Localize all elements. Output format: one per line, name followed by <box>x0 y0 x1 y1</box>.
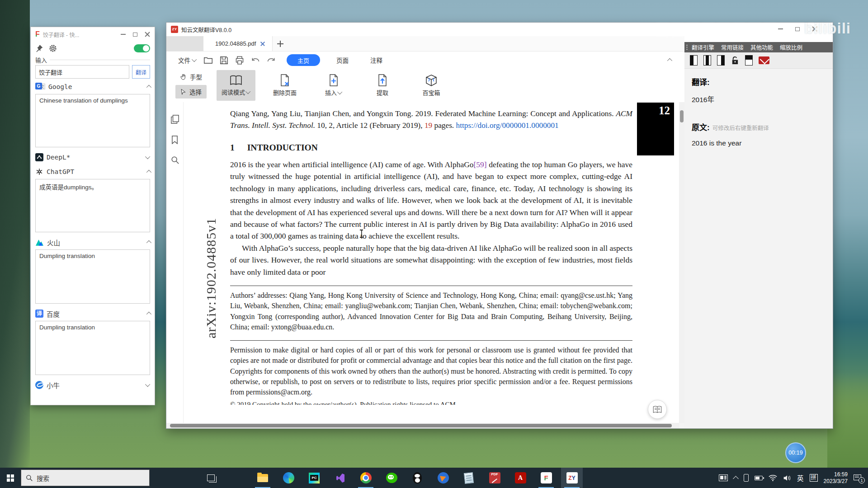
citation-block[interactable]: Qiang Yang, Yang Liu, Tianjian Chen, and… <box>230 108 632 131</box>
recording-timer-bubble[interactable]: 00:19 <box>785 442 806 463</box>
extract-page-button[interactable]: 提取 <box>363 70 402 101</box>
huoshan-result-box[interactable]: Dumpling translation <box>35 249 150 304</box>
taskbar-notepad[interactable] <box>458 468 480 488</box>
chevron-down-icon[interactable] <box>145 382 150 387</box>
gear-icon[interactable] <box>49 44 57 52</box>
jiaozi-titlebar[interactable]: F 饺子翻译 - 快... <box>31 27 155 42</box>
read-mode-button[interactable]: 阅读模式 <box>217 70 255 101</box>
battery-icon[interactable] <box>755 476 763 480</box>
open-file-button[interactable] <box>203 56 213 64</box>
drag-grip-icon[interactable] <box>686 44 689 50</box>
zhiyun-titlebar[interactable]: ZY 知云文献翻译V8.0.0 <box>166 23 833 36</box>
start-button[interactable] <box>0 468 21 488</box>
engine-header-chatgpt[interactable]: ChatGPT <box>31 165 155 178</box>
speaker-icon[interactable] <box>783 474 791 482</box>
source-text-input[interactable] <box>35 65 129 79</box>
engine-header-xiaoniu[interactable]: 小牛 <box>31 379 155 391</box>
engine-header-baidu[interactable]: 译 百度 <box>31 307 155 320</box>
thumbnails-icon[interactable] <box>171 115 179 124</box>
mail-icon[interactable] <box>759 56 769 64</box>
news-widget-icon[interactable] <box>719 474 728 481</box>
vertical-scrollbar-thumb[interactable] <box>680 110 684 122</box>
menu-translation-engine[interactable]: 翻译引擎 <box>692 43 714 52</box>
close-icon[interactable] <box>812 26 817 32</box>
taskbar-thunder[interactable] <box>432 468 454 488</box>
undo-icon[interactable] <box>251 56 260 64</box>
chevron-down-icon[interactable] <box>145 154 150 159</box>
task-view-button[interactable] <box>200 468 221 488</box>
tab-page[interactable]: 页面 <box>336 56 349 65</box>
layout-right-icon[interactable] <box>717 55 725 66</box>
delete-page-button[interactable]: 删除页面 <box>265 70 304 101</box>
toolbox-button[interactable]: 百宝箱 <box>412 70 451 101</box>
engine-header-google[interactable]: 文G Google <box>31 80 155 93</box>
menu-common-links[interactable]: 常用链接 <box>721 43 744 52</box>
maximize-icon[interactable] <box>795 27 800 31</box>
taskbar-jiaozi[interactable]: F <box>535 468 557 488</box>
collapse-toolbar-icon[interactable] <box>667 58 672 63</box>
minimize-icon[interactable] <box>121 34 126 35</box>
insert-page-button[interactable]: 插入 <box>314 70 353 101</box>
maximize-icon[interactable] <box>133 33 137 37</box>
taskbar-clock[interactable]: 16:59 2023/3/27 <box>824 471 848 485</box>
baidu-result-box[interactable]: Dumpling translation <box>35 321 150 375</box>
menu-zoom-ratio[interactable]: 缩放比例 <box>780 43 802 52</box>
taskbar-pycharm[interactable]: PC <box>303 468 325 488</box>
minimize-icon[interactable] <box>778 28 783 29</box>
pin-icon[interactable] <box>35 44 43 52</box>
taskbar-zhiyun[interactable]: ZY <box>561 468 583 488</box>
chatgpt-result-box[interactable]: 成英语是dumplings。 <box>35 179 150 232</box>
horizontal-scrollbar[interactable] <box>166 423 679 428</box>
intro-paragraph-2[interactable]: With AlphaGo’s success, people naturally… <box>230 242 632 278</box>
device-icon[interactable] <box>744 474 749 482</box>
translation-result[interactable]: 2016年 <box>692 94 826 104</box>
hand-tool-button[interactable]: 手型 <box>175 70 207 84</box>
translate-button[interactable]: 翻译 <box>132 65 150 79</box>
pdf-page[interactable]: arXiv:1902.04885v1 12 Qiang Yang, Yang L… <box>184 102 679 423</box>
select-tool-button[interactable]: 选择 <box>175 85 207 99</box>
save-button[interactable] <box>220 56 228 65</box>
taskbar-pdf-editor[interactable]: PDF <box>484 468 505 488</box>
taskbar-edge[interactable] <box>278 468 299 488</box>
menu-other-functions[interactable]: 其他功能 <box>750 43 773 52</box>
horizontal-scrollbar-thumb[interactable] <box>170 424 672 427</box>
ime-language-indicator[interactable]: 英 <box>797 473 804 483</box>
floating-read-button[interactable] <box>648 400 667 419</box>
file-menu[interactable]: 文件 <box>178 56 197 65</box>
close-icon[interactable] <box>145 32 150 37</box>
print-button[interactable] <box>235 56 244 65</box>
tab-document[interactable]: 1902.04885.pdf <box>203 36 273 51</box>
tray-expand-icon[interactable] <box>733 476 739 482</box>
taskbar-file-explorer[interactable] <box>252 468 274 488</box>
section-heading[interactable]: 1INTRODUCTION <box>230 143 632 153</box>
vertical-scrollbar[interactable] <box>679 102 684 423</box>
taskbar-acrobat[interactable]: A <box>509 468 531 488</box>
ime-pinyin-icon[interactable]: 拼 <box>810 474 818 482</box>
citation-ref-link[interactable]: [59] <box>474 160 487 169</box>
chevron-up-icon[interactable] <box>146 240 151 245</box>
layout-center-icon[interactable] <box>703 55 711 66</box>
wifi-icon[interactable] <box>769 474 777 481</box>
tab-annotation[interactable]: 注释 <box>370 56 382 65</box>
chevron-up-icon[interactable] <box>146 170 151 175</box>
permission-note[interactable]: Permission to make digital or hard copie… <box>230 345 632 398</box>
redo-icon[interactable] <box>267 56 276 64</box>
taskbar-qq[interactable] <box>406 468 428 488</box>
new-tab-button[interactable] <box>273 36 288 51</box>
source-text[interactable]: 2016 is the year <box>692 139 826 147</box>
taskbar-wechat[interactable] <box>381 468 402 488</box>
unlock-icon[interactable] <box>731 56 739 65</box>
auto-translate-toggle[interactable] <box>134 44 150 52</box>
layout-left-icon[interactable] <box>690 55 698 66</box>
taskbar-visual-studio[interactable] <box>329 468 351 488</box>
engine-header-huoshan[interactable]: 火山 <box>31 236 155 249</box>
search-icon[interactable] <box>171 156 179 164</box>
page-layout-icon[interactable] <box>745 55 753 66</box>
authors-addresses-note[interactable]: Authors’ addresses: Qiang Yang, Hong Kon… <box>230 290 632 333</box>
notification-center-button[interactable]: 1 <box>854 474 863 483</box>
google-result-box[interactable]: Chinese translation of dumplings <box>35 94 150 147</box>
taskbar-search[interactable]: 搜索 <box>21 469 150 486</box>
tab-home[interactable]: 主页 <box>287 54 320 66</box>
taskbar-chrome[interactable] <box>355 468 377 488</box>
intro-paragraph-1[interactable]: 2016 is the year when artificial intelli… <box>230 159 632 242</box>
